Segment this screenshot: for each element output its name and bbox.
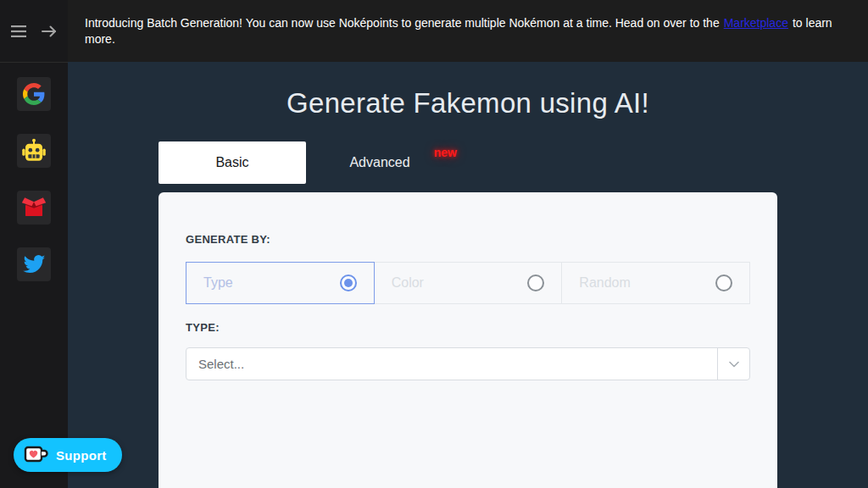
type-select-value: Select...: [186, 357, 717, 371]
sidebar: [0, 0, 68, 488]
type-select[interactable]: Select...: [186, 347, 750, 380]
box-icon[interactable]: [17, 191, 51, 225]
tab-advanced[interactable]: Advanced new: [306, 141, 453, 184]
sidebar-header: [0, 0, 68, 63]
page-title: Generate Fakemon using AI!: [68, 87, 868, 119]
radio-icon: [527, 274, 544, 291]
sidebar-icon-list: [17, 77, 51, 281]
support-button[interactable]: Support: [14, 438, 122, 472]
support-button-label: Support: [56, 448, 107, 463]
radio-icon: [340, 274, 357, 291]
option-random-label: Random: [579, 275, 630, 291]
twitter-icon[interactable]: [17, 247, 51, 281]
generate-by-options: Type Color Random: [186, 262, 750, 304]
menu-icon[interactable]: [9, 22, 28, 41]
option-color[interactable]: Color: [374, 262, 563, 304]
announcement-text-before: Introducing Batch Generation! You can no…: [85, 16, 720, 30]
radio-icon: [715, 274, 732, 291]
google-icon[interactable]: [17, 77, 51, 111]
kofi-cup-icon: [24, 445, 49, 465]
type-label: TYPE:: [186, 321, 750, 334]
new-badge: new: [434, 146, 457, 159]
app-window: Introducing Batch Generation! You can no…: [0, 0, 868, 488]
collapse-arrow-icon[interactable]: [40, 22, 58, 41]
chevron-down-icon: [717, 348, 749, 380]
generate-by-label: GENERATE BY:: [186, 233, 750, 246]
option-type[interactable]: Type: [186, 262, 375, 304]
robot-icon[interactable]: [17, 134, 51, 168]
option-type-label: Type: [203, 275, 233, 291]
marketplace-link[interactable]: Marketplace: [724, 16, 788, 30]
option-color-label: Color: [392, 275, 424, 291]
tab-basic[interactable]: Basic: [159, 141, 306, 184]
tab-advanced-label: Advanced: [349, 155, 409, 170]
announcement-banner: Introducing Batch Generation! You can no…: [68, 0, 868, 62]
generator-form-card: GENERATE BY: Type Color Random TYPE: Sel…: [159, 192, 777, 488]
tab-bar: Basic Advanced new: [159, 141, 453, 184]
announcement-text: Introducing Batch Generation! You can no…: [85, 15, 843, 47]
tab-basic-label: Basic: [215, 155, 248, 170]
option-random[interactable]: Random: [561, 262, 750, 304]
